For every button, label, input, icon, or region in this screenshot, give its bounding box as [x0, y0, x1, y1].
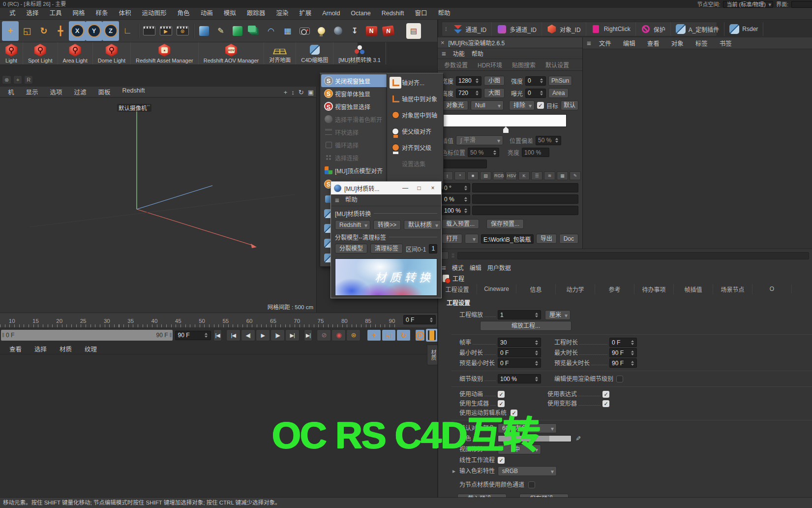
plugin-button[interactable]: Spot Light [23, 42, 58, 64]
context-menu-item[interactable]: 循环选择 [321, 138, 388, 151]
context-menu-item[interactable]: 轴居中到对象 [388, 91, 442, 107]
mixer-icon[interactable]: ☰ [531, 171, 542, 180]
context-menu-item[interactable]: 轴对齐... [388, 74, 442, 91]
hamburger-icon[interactable]: ≡ [442, 263, 446, 272]
end-frame-field[interactable]: 90 F [175, 331, 211, 340]
spinner[interactable] [534, 349, 539, 356]
help-menu[interactable]: 帮助 [472, 49, 483, 58]
attribute-tab[interactable]: 信息 [516, 284, 556, 294]
menu-item[interactable]: Arnold [317, 8, 345, 19]
plugin-button[interactable]: ▲ Redshift Asset Manager [131, 42, 199, 64]
spinner[interactable] [475, 90, 479, 96]
exclude-select[interactable]: 排除 [509, 100, 535, 110]
linear-workflow-checkbox[interactable]: ✓ [498, 457, 505, 464]
next-key-button[interactable]: ▶| [285, 329, 300, 341]
material-menu-item[interactable]: 材质 [53, 344, 78, 353]
spinner[interactable] [204, 332, 209, 339]
project-length-field[interactable]: 0 F [609, 338, 637, 347]
use-deformers-checkbox[interactable]: ✓ [602, 400, 609, 407]
height-field[interactable]: 720 [456, 89, 481, 98]
context-menu-item[interactable]: 选择平滑着色断开 [321, 113, 388, 126]
n-plugin-2-icon[interactable]: N [380, 21, 396, 41]
phsun-button[interactable]: PhSun [548, 76, 572, 86]
project-scale-field[interactable]: 1 [498, 310, 541, 319]
panel-tab[interactable]: 参数设置 [440, 59, 472, 70]
key-parameter-button[interactable]: P [415, 329, 425, 341]
rotate-viewport-icon[interactable]: ↻ [299, 89, 304, 96]
percent2-field[interactable]: 100 % [442, 206, 470, 215]
key-scale-icon[interactable]: ◱ [382, 329, 396, 341]
filter-bar[interactable] [457, 252, 809, 259]
lock-button[interactable] [441, 252, 449, 259]
mode-menu[interactable]: 模式 [452, 263, 464, 272]
plugin-button[interactable]: C4D缩略图 [296, 42, 333, 64]
material-menu-item[interactable]: 查看 [3, 344, 28, 353]
play-button[interactable]: ▶ [256, 329, 270, 341]
material-menu-item[interactable]: 纹理 [78, 344, 103, 353]
material-type-select[interactable]: 默认材质 [404, 220, 441, 230]
open-options-select[interactable] [465, 234, 479, 244]
target-checkbox[interactable]: ✓ [537, 102, 544, 109]
hamburger-icon[interactable]: ≡ [335, 196, 339, 204]
drag-handle-icon[interactable]: ⁞⁞ [451, 253, 454, 258]
key-rotation-icon[interactable]: ↻ [396, 329, 411, 341]
id-script-button[interactable]: 保护 [636, 22, 671, 36]
context-menu-item[interactable]: 对齐到父级 [388, 139, 442, 156]
hamburger-icon[interactable]: ≡ [587, 39, 591, 47]
fps-field[interactable]: 30 [498, 338, 541, 347]
y-axis-lock-icon[interactable]: Y [86, 21, 102, 41]
toolbar-separator[interactable] [136, 21, 141, 41]
previous-frame-button[interactable]: ◀| [241, 329, 255, 341]
object-manager-menu-item[interactable]: 查看 [641, 38, 665, 48]
rgb-mode-button[interactable]: RGB [493, 171, 504, 180]
viewport-menu-item[interactable]: 选项 [44, 87, 68, 96]
timeline-window-button[interactable] [426, 329, 438, 342]
menu-item[interactable]: 样条 [90, 8, 114, 19]
close-button[interactable]: × [427, 185, 438, 191]
object-manager-menu-item[interactable]: 文件 [593, 38, 617, 48]
menu-item[interactable]: Octane [345, 8, 376, 19]
id-script-button[interactable]: A_定制插件 [671, 22, 725, 36]
use-expressions-checkbox[interactable]: ✓ [602, 391, 609, 398]
load-preset-button[interactable]: 载入预置... [442, 219, 479, 229]
use-generators-checkbox[interactable]: ✓ [498, 400, 505, 407]
doc-button[interactable]: Doc [559, 234, 578, 244]
attribute-tab[interactable]: 工程设置 [438, 284, 477, 294]
minimize-button[interactable]: — [400, 185, 411, 191]
coord-system-icon[interactable]: ∟ [119, 21, 136, 41]
viewport-menu-item[interactable]: 显示 [20, 87, 44, 96]
open-button[interactable]: 打开 [442, 234, 462, 244]
render-view-icon[interactable] [141, 21, 157, 41]
eyedropper-icon[interactable]: ✎ [574, 436, 582, 441]
sphere-tool-icon[interactable] [330, 21, 346, 41]
viewport-menu-item[interactable]: Redshift [117, 87, 151, 96]
keying-settings-icon[interactable]: ⊛ [346, 329, 361, 341]
menu-item[interactable]: 选择 [21, 8, 44, 19]
bias-field[interactable]: 50 % [536, 136, 561, 145]
context-menu-item[interactable]: 视窗独显选择 [321, 100, 388, 113]
id-script-button[interactable]: 通道_ID [448, 22, 492, 36]
menu-item[interactable]: 模拟 [218, 8, 241, 19]
camera-label[interactable]: 默认摄像机°° [117, 104, 151, 112]
help-menu[interactable]: 帮助 [345, 194, 358, 206]
viewport-tab[interactable]: R [24, 75, 33, 84]
percent-field[interactable]: 0 % [442, 194, 470, 204]
toggle-layout-icon[interactable]: ▣ [308, 89, 314, 96]
kelvin-mode-button[interactable]: K [518, 171, 530, 180]
camera-icon[interactable] [296, 21, 313, 41]
pen-spline-icon[interactable]: ✎ [212, 21, 229, 41]
menu-item[interactable]: 扩展 [294, 8, 317, 19]
menu-item[interactable]: 动画 [195, 8, 218, 19]
hsv-mode-button[interactable]: HSV [506, 171, 517, 180]
empty-field[interactable] [472, 194, 578, 204]
menu-item[interactable]: Redshift [376, 8, 410, 19]
userdata-menu[interactable]: 用户数据 [487, 263, 511, 272]
attribute-tab[interactable]: 参考 [595, 284, 634, 294]
render-picture-viewer-icon[interactable]: ▶ [157, 21, 174, 41]
panel-tab[interactable]: 贴图搜索 [508, 59, 540, 70]
menu-item[interactable]: 运动图形 [137, 8, 172, 19]
z-axis-lock-icon[interactable]: Z [102, 21, 119, 41]
viewport-tab[interactable]: ⊗ [2, 75, 11, 84]
spinner[interactable] [492, 149, 497, 156]
engine-select[interactable]: Redshift [335, 220, 370, 230]
